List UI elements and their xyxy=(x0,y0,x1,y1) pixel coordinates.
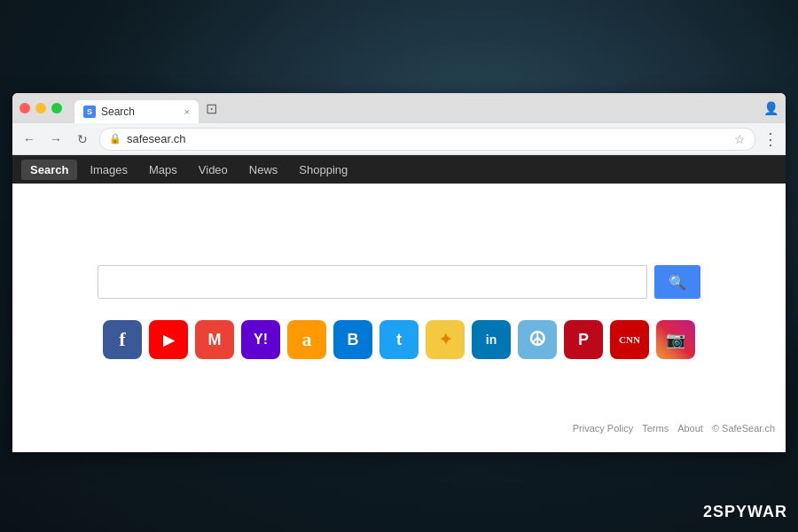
quicklink-peace[interactable]: ☮ xyxy=(518,320,557,359)
watermark-brand: SPYWAR xyxy=(713,503,787,520)
quicklink-pinterest[interactable]: P xyxy=(564,320,603,359)
quicklink-gmail[interactable]: M xyxy=(195,320,234,359)
bookmark-icon[interactable]: ☆ xyxy=(734,132,746,146)
quicklink-cnn[interactable]: CNN xyxy=(610,320,649,359)
nav-menu-item-search[interactable]: Search xyxy=(21,160,77,180)
profile-button[interactable]: 👤 xyxy=(763,101,778,115)
traffic-lights xyxy=(20,103,62,113)
active-tab[interactable]: S Search × xyxy=(74,100,199,123)
browser-menu-button[interactable]: ⋮ xyxy=(763,129,778,149)
about-link[interactable]: About xyxy=(677,423,703,434)
maximize-window-button[interactable] xyxy=(51,103,62,113)
tab-close-button[interactable]: × xyxy=(184,106,190,117)
address-bar-row: ← → ↻ 🔒 safesear.ch ☆ ⋮ xyxy=(12,123,786,155)
url-text: safesear.ch xyxy=(127,132,729,145)
close-window-button[interactable] xyxy=(20,103,30,113)
watermark-prefix: 2 xyxy=(703,503,713,520)
nav-menu: SearchImagesMapsVideoNewsShopping xyxy=(12,155,786,184)
terms-link[interactable]: Terms xyxy=(642,423,669,434)
nav-menu-item-shopping[interactable]: Shopping xyxy=(290,160,356,180)
search-icon: 🔍 xyxy=(669,274,686,291)
tab-favicon: S xyxy=(83,106,96,118)
forward-button[interactable]: → xyxy=(46,129,66,149)
address-field[interactable]: 🔒 safesear.ch ☆ xyxy=(99,128,755,151)
search-input[interactable] xyxy=(98,265,647,299)
lock-icon: 🔒 xyxy=(109,133,121,145)
tab-bar: S Search × ⊡ xyxy=(74,93,758,123)
tab-title: Search xyxy=(101,106,135,118)
nav-menu-item-video[interactable]: Video xyxy=(190,160,237,180)
quicklink-amazon[interactable]: a xyxy=(287,320,326,359)
quicklink-bing[interactable]: B xyxy=(333,320,372,359)
quicklink-instagram[interactable]: 📷 xyxy=(656,320,695,359)
watermark: 2SPYWAR xyxy=(703,503,787,521)
quicklink-facebook[interactable]: f xyxy=(103,320,142,359)
reload-button[interactable]: ↻ xyxy=(73,129,92,149)
quicklink-youtube[interactable]: ▶ xyxy=(149,320,188,359)
new-tab-button[interactable]: ⊡ xyxy=(202,99,220,117)
minimize-window-button[interactable] xyxy=(35,103,46,113)
titlebar: S Search × ⊡ 👤 xyxy=(12,93,786,123)
nav-menu-item-maps[interactable]: Maps xyxy=(140,160,186,180)
nav-menu-item-images[interactable]: Images xyxy=(81,160,137,180)
back-button[interactable]: ← xyxy=(20,129,39,149)
quicklink-swiftly[interactable]: ✦ xyxy=(426,320,465,359)
search-button[interactable]: 🔍 xyxy=(654,265,700,299)
quicklink-twitter[interactable]: t xyxy=(379,320,419,359)
content-area: 🔍 f▶MY!aBt✦in☮PCNN📷 Privacy Policy Terms… xyxy=(12,184,786,441)
privacy-policy-link[interactable]: Privacy Policy xyxy=(573,423,633,434)
quicklinks-row: f▶MY!aBt✦in☮PCNN📷 xyxy=(103,320,695,359)
copyright-text: © SafeSear.ch xyxy=(712,423,775,434)
quicklink-linkedin[interactable]: in xyxy=(472,320,511,359)
browser-window: S Search × ⊡ 👤 ← → ↻ 🔒 safesear.ch ☆ ⋮ S… xyxy=(12,93,786,452)
search-box-container: 🔍 xyxy=(98,265,700,299)
quicklink-yahoo[interactable]: Y! xyxy=(241,320,280,359)
nav-menu-item-news[interactable]: News xyxy=(240,160,287,180)
footer: Privacy Policy Terms About © SafeSear.ch xyxy=(573,423,775,434)
